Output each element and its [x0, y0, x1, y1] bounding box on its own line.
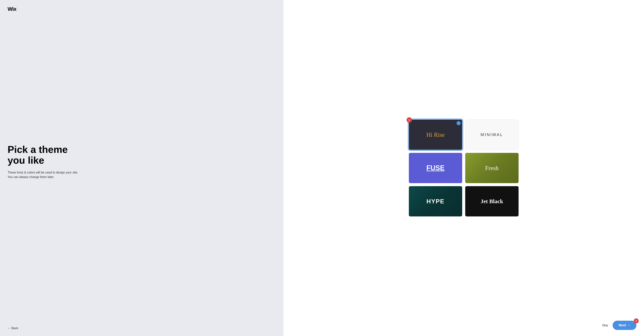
theme-hirise-wrapper: 1 ✓ Hi Rise	[409, 120, 462, 150]
right-bottom-nav: Skip Next → 2	[602, 321, 636, 330]
next-button[interactable]: Next → 2	[612, 321, 636, 330]
badge-2: 2	[634, 318, 639, 323]
page-title: Pick a themeyou like	[8, 144, 276, 166]
right-panel: 1 ✓ Hi Rise MINIMAL FUSE Fresh	[284, 0, 644, 336]
left-panel: Wix Pick a themeyou like These fonts & c…	[0, 0, 284, 336]
theme-minimal-label: MINIMAL	[480, 132, 503, 137]
theme-hype-label: HYPE	[426, 198, 444, 205]
theme-fresh-label: Fresh	[485, 164, 498, 172]
back-button[interactable]: ← Back	[8, 326, 18, 330]
wix-logo: Wix	[8, 6, 276, 12]
next-label: Next →	[619, 323, 630, 327]
theme-card-hype[interactable]: HYPE	[409, 186, 462, 216]
badge-1: 1	[406, 117, 412, 122]
theme-hirise-label: Hi Rise	[426, 131, 444, 138]
theme-hype-wrapper: HYPE	[409, 186, 462, 216]
theme-fuse-label: FUSE	[426, 164, 444, 172]
theme-card-minimal[interactable]: MINIMAL	[465, 120, 518, 150]
theme-card-fresh[interactable]: Fresh	[465, 153, 518, 183]
theme-card-fuse[interactable]: FUSE	[409, 153, 462, 183]
page-subtitle: These fonts & colors will be used to des…	[8, 170, 80, 179]
theme-minimal-wrapper: MINIMAL	[465, 120, 518, 150]
skip-button[interactable]: Skip	[602, 324, 608, 327]
theme-jetblack-label: Jet Black	[480, 198, 503, 204]
left-content: Pick a themeyou like These fonts & color…	[8, 12, 276, 326]
theme-card-hirise[interactable]: ✓ Hi Rise	[409, 120, 462, 150]
theme-fuse-wrapper: FUSE	[409, 153, 462, 183]
theme-card-jetblack[interactable]: Jet Black	[465, 186, 518, 216]
theme-jetblack-wrapper: Jet Black	[465, 186, 518, 216]
themes-grid: 1 ✓ Hi Rise MINIMAL FUSE Fresh	[409, 120, 518, 216]
check-icon: ✓	[456, 121, 461, 125]
bottom-nav: ← Back	[8, 326, 276, 330]
theme-fresh-wrapper: Fresh	[465, 153, 518, 183]
